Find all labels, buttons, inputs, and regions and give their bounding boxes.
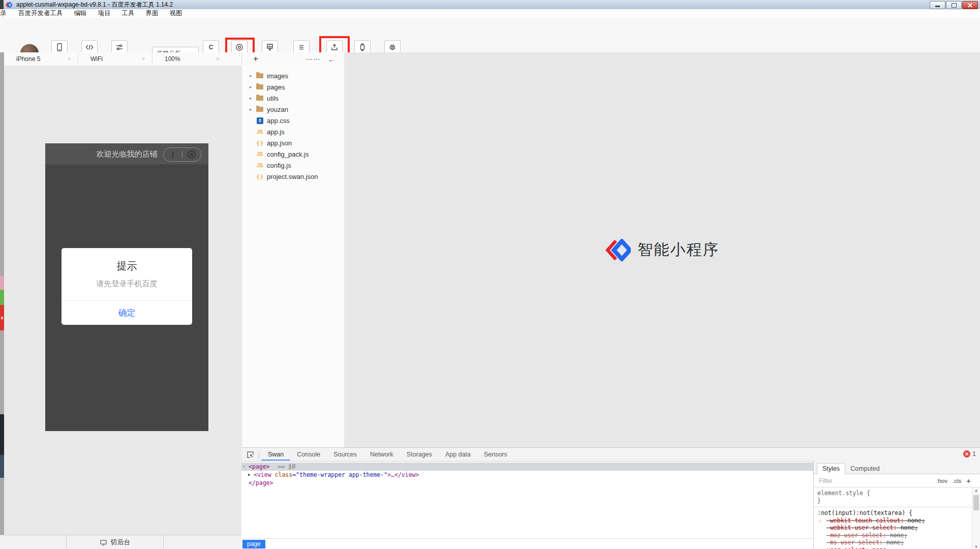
styles-tabbar: Styles Computed <box>814 461 980 474</box>
class-toggle[interactable]: .cls <box>953 478 961 484</box>
chevron-down-icon: ˅ <box>68 56 71 62</box>
tab-network[interactable]: Network <box>363 448 400 461</box>
menu-app[interactable]: 百度开发者工具 <box>13 9 69 18</box>
monitor-icon <box>100 539 107 546</box>
expand-arrow-icon[interactable]: ▶ <box>248 471 250 479</box>
js-file-icon: JS <box>257 151 263 157</box>
edge-fragment-top <box>0 0 4 9</box>
expand-arrow-icon[interactable]: ▾ <box>243 463 245 471</box>
menubar: 录 百度开发者工具 编辑 项目 工具 界面 视图 <box>0 9 980 18</box>
style-rules: element.style { } :not(input):not(textar… <box>814 487 972 549</box>
tree-item-file[interactable]: { } project.swan.json <box>242 171 345 182</box>
zoom-select[interactable]: 100% ˅ <box>152 52 226 66</box>
dialog-confirm-button[interactable]: 确定 <box>118 307 136 319</box>
styles-filter-input[interactable] <box>818 477 936 485</box>
tab-sources[interactable]: Sources <box>327 448 363 461</box>
preview-icon <box>235 43 244 52</box>
close-circle-icon[interactable] <box>182 150 201 159</box>
tree-item-folder[interactable]: ▸ youzan <box>242 104 345 115</box>
scroll-up-icon[interactable]: ▲ <box>972 489 980 492</box>
bug-icon <box>388 43 397 52</box>
tab-console[interactable]: Console <box>290 448 327 461</box>
tree-item-file[interactable]: 3 app.css <box>242 115 345 126</box>
tree-item-file[interactable]: JS config.js <box>242 160 345 171</box>
styles-sidebar: Styles Computed :hov .cls + element.styl… <box>813 461 980 549</box>
brush-icon <box>265 43 274 52</box>
style-property-row[interactable]: user-select: none; <box>817 546 972 549</box>
js-file-icon: JS <box>257 129 263 135</box>
menu-dots-icon[interactable]: ⋮ <box>164 150 182 159</box>
tab-computed[interactable]: Computed <box>845 464 885 474</box>
style-property-row[interactable]: -moz-user-select: none; <box>817 532 972 539</box>
disclosure-arrow-icon[interactable]: ▸ <box>250 96 256 101</box>
tree-item-file[interactable]: { } app.json <box>242 137 345 148</box>
new-style-rule-button[interactable]: + <box>966 476 971 485</box>
menu-tools[interactable]: 工具 <box>116 9 140 18</box>
phone-icon <box>55 43 64 52</box>
element-style-rule[interactable]: element.style { } <box>814 487 972 507</box>
menu-edit[interactable]: 编辑 <box>69 9 93 18</box>
background-switch-button[interactable]: 切后台 <box>66 535 164 549</box>
tab-styles[interactable]: Styles <box>817 463 845 474</box>
disclosure-arrow-icon[interactable]: ▸ <box>250 73 256 78</box>
collapse-panel-button[interactable]: ← <box>328 55 335 64</box>
styles-scrollbar[interactable]: ▲ ▼ <box>972 487 980 549</box>
toolbar: 模拟器 编辑器 调试器 依赖分析 ˅ C 编译 预览 清缓存 <box>0 18 980 53</box>
sliver-fragment <box>0 276 4 290</box>
tab-sensors[interactable]: Sensors <box>477 448 514 461</box>
brand-watermark: 智能小程序 <box>605 239 719 261</box>
folder-icon <box>256 73 263 78</box>
chevron-down-icon: ˅ <box>142 56 145 62</box>
scroll-down-icon[interactable]: ▼ <box>972 545 980 548</box>
error-counter[interactable]: 1 <box>963 450 976 458</box>
element-row-view[interactable]: ▶ <view class="theme-wrapper app-theme-"… <box>241 471 813 479</box>
style-property-row[interactable]: -ms-user-select: none; <box>817 539 972 546</box>
code-icon <box>85 43 94 52</box>
rule-selector: :not(input):not(textarea) { <box>817 509 972 517</box>
json-file-icon: { } <box>257 173 263 179</box>
tree-item-file[interactable]: JS config_pack.js <box>242 148 345 160</box>
sliver-fragment <box>0 455 4 478</box>
menu-view[interactable]: 视图 <box>164 9 188 18</box>
selected-element-hint: == $0 <box>278 463 295 470</box>
style-property-row[interactable]: ⚠ -webkit-touch-callout: none; <box>817 517 972 525</box>
sliver-fragment: 8 <box>0 305 4 330</box>
dialog-message: 请先登录手机百度 <box>62 279 192 289</box>
menu-project[interactable]: 项目 <box>93 9 116 18</box>
editor-canvas: 智能小程序 <box>344 52 980 447</box>
app-window: applet-cusmall-wxpage-bd-v9.8.1 - 百度开发者工… <box>0 0 980 549</box>
style-property-row[interactable]: -webkit-user-select: none; <box>817 524 972 532</box>
tab-app-data[interactable]: App data <box>439 448 477 461</box>
pseudo-hover-toggle[interactable]: :hov <box>936 478 947 484</box>
tree-item-folder[interactable]: ▸ images <box>242 70 345 81</box>
disclosure-arrow-icon[interactable]: ▸ <box>250 84 256 89</box>
disclosure-arrow-icon[interactable]: ▸ <box>250 107 256 112</box>
tab-swan[interactable]: Swan <box>261 448 290 461</box>
more-options-button[interactable]: ⋯⋯ <box>305 55 321 63</box>
chevron-down-icon: ˅ <box>217 56 219 62</box>
tree-item-file[interactable]: JS app.js <box>242 126 345 137</box>
tab-storages[interactable]: Storages <box>400 448 439 461</box>
network-select[interactable]: WiFi ˅ <box>78 52 152 66</box>
tree-item-folder[interactable]: ▸ utils <box>242 93 345 104</box>
json-file-icon: { } <box>257 140 263 146</box>
scrollbar-thumb[interactable] <box>973 495 979 510</box>
breadcrumb-page[interactable]: page <box>242 540 265 548</box>
devtools-tabbar: Swan Console Sources Network Storages Ap… <box>241 448 980 462</box>
minimize-button[interactable] <box>930 1 945 9</box>
app-logo-icon <box>6 2 12 8</box>
menu-interface[interactable]: 界面 <box>140 9 164 18</box>
edge-text-fragment: 录 <box>0 9 6 18</box>
inspect-element-icon[interactable] <box>247 451 254 459</box>
sliver-fragment <box>0 414 4 455</box>
close-button[interactable] <box>962 1 978 9</box>
selector-rule[interactable]: :not(input):not(textarea) { ⚠ -webkit-to… <box>814 507 972 549</box>
dialog-title: 提示 <box>62 259 192 273</box>
watch-device-icon <box>358 43 367 52</box>
tree-item-folder[interactable]: ▸ pages <box>242 81 345 93</box>
device-select[interactable]: iPhone 5 ˅ <box>4 52 78 66</box>
element-row-page-close[interactable]: </page> <box>241 479 813 487</box>
maximize-button[interactable] <box>946 1 962 9</box>
element-row-page-open[interactable]: ▾ <page> == $0 <box>241 463 813 471</box>
add-file-button[interactable]: + <box>253 54 258 64</box>
